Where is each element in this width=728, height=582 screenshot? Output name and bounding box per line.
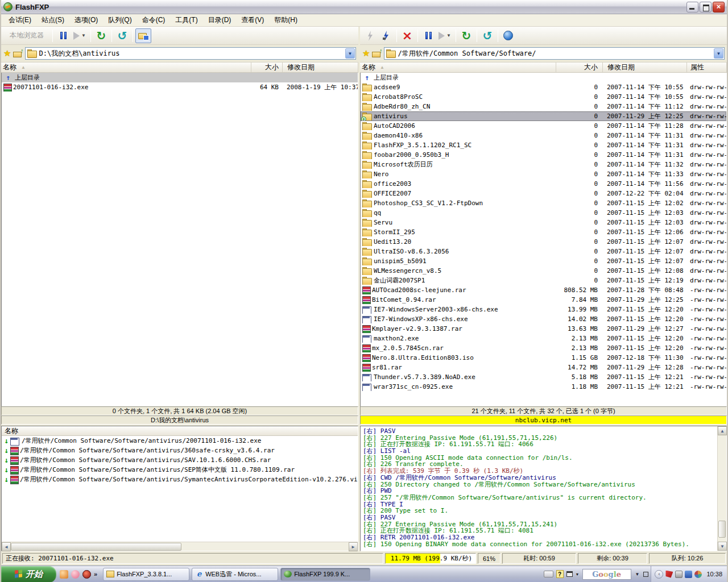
up-directory-icon[interactable] xyxy=(13,50,23,57)
file-row[interactable]: sr81.rar14.72 MB2007-11-29 上午 12:28-rw-r… xyxy=(361,363,726,372)
task-button[interactable]: FlashFXP_3.3.8.1... xyxy=(103,568,189,581)
start-button[interactable]: 开始 xyxy=(1,566,56,582)
menu-item[interactable]: 帮助(H) xyxy=(269,14,303,26)
file-row[interactable]: ↑上层目录 xyxy=(2,73,358,82)
menu-item[interactable]: 选项(O) xyxy=(69,14,103,26)
minimize-button[interactable] xyxy=(686,2,698,13)
file-row[interactable]: qq02007-11-15 上午 12:03drw-rw-rw- xyxy=(361,208,726,218)
tray-collapse-chevron[interactable]: ‹ xyxy=(655,570,663,579)
task-button[interactable]: eWEB迅雷 - Micros... xyxy=(192,568,278,581)
go-button[interactable]: ▼ xyxy=(436,28,453,43)
menu-item[interactable]: 会话(E) xyxy=(3,14,36,26)
file-row[interactable]: IE7-WindowsXP-x86-chs.exe14.02 MB2007-11… xyxy=(361,314,726,324)
folder-view-button[interactable] xyxy=(135,28,151,43)
scroll-down-icon[interactable]: ▼ xyxy=(718,542,727,551)
transfer-button[interactable]: ↻ xyxy=(93,28,109,43)
help-icon[interactable]: ? xyxy=(556,570,564,578)
queue-item[interactable]: ↓/常用软件/Common Software/Software/antiviru… xyxy=(2,475,358,484)
column-header-name[interactable]: 名称▲ xyxy=(360,63,556,72)
queue-item[interactable]: ↓/常用软件/Common Software/Software/antiviru… xyxy=(2,455,358,465)
langbar-restore-icon[interactable] xyxy=(566,571,573,577)
file-row[interactable]: Thunder.v5.7.3.389.NoAD.exe5.18 MB2007-1… xyxy=(361,372,726,382)
file-row[interactable]: AUTOcad2008sc-leejune.rar808.52 MB2007-1… xyxy=(361,285,726,295)
scrollbar-thumb[interactable] xyxy=(718,521,726,538)
queue-column-header[interactable]: 名称 xyxy=(2,426,358,436)
file-row[interactable]: wrar371sc_cn-0925.exe1.18 MB2007-11-15 上… xyxy=(361,382,726,392)
connect-button[interactable] xyxy=(378,28,394,43)
tray-icon-gray[interactable] xyxy=(675,571,682,578)
google-window-icon[interactable] xyxy=(643,572,648,577)
transfer-button[interactable]: ↻ xyxy=(458,28,474,43)
up-directory-icon[interactable] xyxy=(372,50,382,57)
file-row[interactable]: +antivirus02007-11-29 上午 12:25drw-rw-rw- xyxy=(361,111,726,121)
file-row[interactable]: unispim5_b509102007-11-15 上午 12:07drw-rw… xyxy=(361,256,726,266)
quick-launch-icon[interactable] xyxy=(82,570,91,579)
site-browser-button[interactable] xyxy=(500,28,516,43)
tray-icon-flashget[interactable] xyxy=(665,571,673,578)
file-row[interactable]: BitComet_0.94.rar7.84 MB2007-11-29 上午 12… xyxy=(361,295,726,305)
combobox-dropdown-button[interactable]: ▼ xyxy=(345,48,355,59)
quick-connect-button[interactable] xyxy=(362,28,378,43)
scroll-left-icon[interactable]: ◄ xyxy=(2,542,11,551)
local-path-combobox[interactable]: D:\我的文档\antivirus ▼ xyxy=(25,47,356,60)
file-row[interactable]: WLMessengercn_v8.502007-11-15 上午 12:08dr… xyxy=(361,266,726,276)
local-browser-button[interactable]: 本地浏览器 xyxy=(3,28,50,43)
file-row[interactable]: Microsoft农历日历02007-11-14 下午 11:32drw-rw-… xyxy=(361,160,726,169)
file-row[interactable]: Acrobat8ProSC02007-11-14 下午 10:55drw-rw-… xyxy=(361,92,726,102)
column-header-date[interactable]: 修改日期 xyxy=(283,63,358,72)
google-dropdown-icon[interactable]: ▼ xyxy=(635,572,640,577)
file-row[interactable]: Nero.8.Ultra.Edition803.iso1.15 GB2007-1… xyxy=(361,353,726,363)
tray-icon-sphere[interactable] xyxy=(694,571,702,578)
menu-item[interactable]: 队列(Q) xyxy=(103,14,136,26)
favorites-star-icon[interactable]: ★ xyxy=(362,48,370,59)
chevron-down-icon[interactable]: ▼ xyxy=(576,572,580,576)
file-row[interactable]: FlashFXP_3.5.1.1202_RC1_SC02007-11-14 下午… xyxy=(361,140,726,150)
file-row[interactable]: acdsee902007-11-14 下午 10:55drw-rw-rw- xyxy=(361,82,726,92)
file-row[interactable]: Kmplayer-v2.9.3.1387.rar13.63 MB2007-11-… xyxy=(361,324,726,334)
log-vertical-scrollbar[interactable]: ▲ ▼ xyxy=(717,426,726,551)
file-row[interactable]: AutoCAD200602007-11-14 下午 11:28drw-rw-rw… xyxy=(361,121,726,131)
queue-horizontal-scrollbar[interactable]: ◄ ► xyxy=(2,542,358,551)
file-row[interactable]: Servu02007-11-15 上午 12:03drw-rw-rw- xyxy=(361,218,726,227)
go-button[interactable]: ▼ xyxy=(71,28,88,43)
pause-button[interactable] xyxy=(420,28,436,43)
file-row[interactable]: StormII_29502007-11-15 上午 12:06drw-rw-rw… xyxy=(361,227,726,237)
task-button[interactable]: FlashFXP 199.9 K... xyxy=(280,568,370,581)
quick-launch-more-chevron[interactable]: » xyxy=(94,571,97,577)
file-row[interactable]: Nero02007-11-14 下午 11:33drw-rw-rw- xyxy=(361,169,726,179)
scroll-up-icon[interactable]: ▲ xyxy=(718,426,727,435)
file-row[interactable]: ↑上层目录 xyxy=(361,73,726,82)
quick-launch-icon[interactable] xyxy=(60,570,68,579)
menu-item[interactable]: 查看(V) xyxy=(236,14,269,26)
google-search-box[interactable]: Google xyxy=(582,569,631,580)
menu-item[interactable]: 命令(C) xyxy=(137,14,171,26)
queue-item[interactable]: ↓/常用软件/Common Software/Software/antiviru… xyxy=(2,465,358,475)
keyboard-icon[interactable] xyxy=(544,571,553,577)
scroll-right-icon[interactable]: ► xyxy=(349,542,358,551)
remote-path-combobox[interactable]: /常用软件/Common Software/Software/ ▼ xyxy=(384,47,725,60)
menu-item[interactable]: 站点(S) xyxy=(36,14,69,26)
column-header-size[interactable]: 大小 xyxy=(556,63,603,72)
file-row[interactable]: AdbeRdr80_zh_CN02007-11-14 下午 11:12drw-r… xyxy=(361,102,726,111)
file-row[interactable]: foobar2000_0.950b3_H02007-11-14 下午 11:31… xyxy=(361,150,726,160)
menu-item[interactable]: 目录(D) xyxy=(203,14,237,26)
file-row[interactable]: office200302007-11-14 下午 11:56drw-rw-rw- xyxy=(361,179,726,189)
column-header-size[interactable]: 大小 xyxy=(251,63,283,72)
file-row[interactable]: maxthon2.exe2.13 MB2007-11-15 上午 12:20-r… xyxy=(361,334,726,343)
file-row[interactable]: Photoshop_CS3_SC_V1.2-FtpDown02007-11-15… xyxy=(361,198,726,208)
close-button[interactable]: × xyxy=(713,2,725,13)
file-row[interactable]: UltraISO-v8.6.3.205602007-11-15 上午 12:07… xyxy=(361,247,726,256)
restore-button[interactable] xyxy=(700,2,712,13)
disconnect-button[interactable]: × xyxy=(399,28,415,43)
file-row[interactable]: 20071101-016-i32.exe64 KB2008-1-19 上午 10… xyxy=(2,82,358,92)
column-header-name[interactable]: 名称▲ xyxy=(1,63,251,72)
file-row[interactable]: Uedit13.2002007-11-15 上午 12:07drw-rw-rw- xyxy=(361,237,726,247)
file-row[interactable]: OFFICE200702007-12-22 下午 02:04drw-rw-rw- xyxy=(361,189,726,198)
menu-item[interactable]: 工具(T) xyxy=(170,14,202,26)
file-row[interactable]: mx_2.0.5.7845cn.rar2.13 MB2007-11-15 上午 … xyxy=(361,343,726,353)
queue-item[interactable]: ↓/常用软件/Common Software/Software/antiviru… xyxy=(2,446,358,455)
quick-launch-icon[interactable] xyxy=(71,570,80,579)
file-row[interactable]: 金山词霸2007SP102007-11-15 上午 12:19drw-rw-rw… xyxy=(361,276,726,285)
favorites-star-icon[interactable]: ★ xyxy=(3,48,11,59)
scrollbar-thumb[interactable] xyxy=(11,543,181,551)
